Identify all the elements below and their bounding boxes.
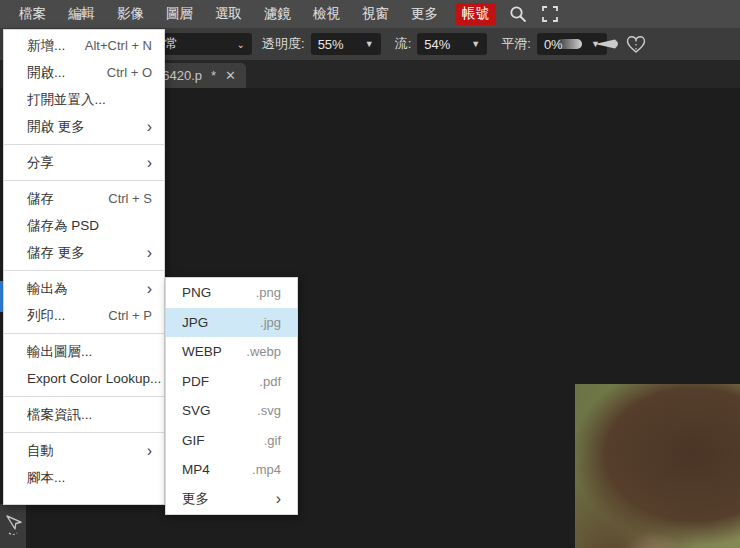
option-field-label: 透明度: (262, 35, 305, 53)
menu-item-label: Export Color Lookup... (27, 371, 161, 386)
export-format-extension: .webp (246, 344, 281, 359)
submenu-arrow-icon: › (147, 245, 152, 261)
export-format-extension: .pdf (259, 374, 281, 389)
menubar-item-4[interactable]: 圖層 (155, 0, 204, 28)
export-format-item[interactable]: GIF.gif (166, 426, 297, 455)
file-menu-item[interactable]: 新增...Alt+Ctrl + N (4, 32, 164, 59)
export-format-item[interactable]: MP4.mp4 (166, 455, 297, 484)
option-field-value: 55% (318, 37, 344, 52)
menu-divider (4, 270, 164, 271)
menu-divider (4, 333, 164, 334)
menubar-item-3[interactable]: 影像 (106, 0, 155, 28)
search-icon[interactable] (507, 3, 529, 25)
menubar-items: 檔案編輯影像圖層選取濾鏡檢視視窗更多帳號 (0, 0, 502, 28)
menu-item-label: 打開並置入... (27, 91, 152, 109)
option-field-value: 54% (424, 37, 450, 52)
main-menubar: 檔案編輯影像圖層選取濾鏡檢視視窗更多帳號 (0, 0, 740, 28)
file-menu-item[interactable]: 打開並置入... (4, 86, 164, 113)
menubar-item-10[interactable]: 帳號 (455, 3, 496, 25)
submenu-arrow-icon: › (147, 155, 152, 171)
export-format-item[interactable]: SVG.svg (166, 396, 297, 425)
menu-item-label: 新增... (27, 37, 85, 55)
menu-divider (4, 396, 164, 397)
file-menu-item[interactable]: 腳本... (4, 464, 164, 491)
submenu-arrow-icon: › (276, 491, 281, 507)
menubar-item-5[interactable]: 選取 (204, 0, 253, 28)
export-format-extension: .mp4 (252, 462, 281, 477)
menu-item-label: 自動 (27, 442, 147, 460)
menu-item-label: 腳本... (27, 469, 152, 487)
option-field-label: 平滑: (501, 35, 531, 53)
file-menu-item[interactable]: 輸出為› (4, 275, 164, 302)
export-format-label: PDF (182, 374, 259, 389)
file-menu-item[interactable]: 輸出圖層... (4, 338, 164, 365)
move-cursor-icon (3, 514, 23, 538)
export-format-extension: .gif (264, 433, 281, 448)
option-field-1: 透明度:55%▼ (262, 33, 381, 55)
menubar-item-1[interactable]: 檔案 (8, 0, 57, 28)
chevron-down-icon: ⌄ (237, 39, 252, 50)
dropdown-arrow-icon: ▼ (471, 39, 480, 49)
option-field-input[interactable]: 54%▼ (417, 33, 487, 55)
export-format-item[interactable]: JPG.jpg (166, 308, 297, 337)
export-format-item[interactable]: PNG.png (166, 278, 297, 307)
option-field-label: 流: (395, 35, 412, 53)
export-format-item[interactable]: WEBP.webp (166, 337, 297, 366)
menu-item-label: 儲存 (27, 190, 108, 208)
export-format-label: 更多 (182, 490, 276, 508)
menu-item-shortcut: Alt+Ctrl + N (85, 38, 152, 53)
menubar-item-9[interactable]: 更多 (400, 0, 449, 28)
menubar-item-7[interactable]: 檢視 (302, 0, 351, 28)
export-format-item[interactable]: PDF.pdf (166, 367, 297, 396)
option-field-input[interactable]: 55%▼ (311, 33, 381, 55)
menu-item-label: 列印... (27, 307, 108, 325)
menubar-item-8[interactable]: 視窗 (351, 0, 400, 28)
tab-title: 6420.p (162, 68, 202, 83)
menu-item-shortcut: Ctrl + P (108, 308, 152, 323)
menu-item-label: 輸出為 (27, 280, 147, 298)
file-menu-item[interactable]: Export Color Lookup... (4, 365, 164, 392)
export-format-label: MP4 (182, 462, 252, 477)
left-toolbar[interactable] (0, 504, 26, 548)
export-submenu: PNG.pngJPG.jpgWEBP.webpPDF.pdfSVG.svgGIF… (165, 277, 298, 515)
menu-item-label: 儲存 更多 (27, 244, 147, 262)
menu-item-label: 輸出圖層... (27, 343, 152, 361)
file-menu-items: 新增...Alt+Ctrl + N開啟...Ctrl + O打開並置入...開啟… (4, 32, 164, 491)
export-format-label: GIF (182, 433, 264, 448)
export-format-extension: .svg (257, 403, 281, 418)
submenu-arrow-icon: › (147, 281, 152, 297)
submenu-arrow-icon: › (147, 119, 152, 135)
menu-divider (4, 180, 164, 181)
file-menu-item[interactable]: 檔案資訊... (4, 401, 164, 428)
menu-item-label: 開啟 更多 (27, 118, 147, 136)
menubar-item-2[interactable]: 編輯 (57, 0, 106, 28)
file-menu-item[interactable]: 儲存Ctrl + S (4, 185, 164, 212)
file-menu-item[interactable]: 開啟 更多› (4, 113, 164, 140)
file-menu-item[interactable]: 自動› (4, 437, 164, 464)
menu-item-shortcut: Ctrl + O (107, 65, 152, 80)
tab-close-icon[interactable]: ✕ (225, 68, 236, 83)
heart-icon[interactable] (624, 32, 648, 56)
document-photo[interactable] (575, 384, 740, 548)
pressure-size-icon[interactable] (594, 38, 622, 50)
menubar-item-6[interactable]: 濾鏡 (253, 0, 302, 28)
file-menu-item[interactable]: 分享› (4, 149, 164, 176)
dropdown-arrow-icon: ▼ (365, 39, 374, 49)
file-menu-item[interactable]: 列印...Ctrl + P (4, 302, 164, 329)
menu-item-shortcut: Ctrl + S (108, 191, 152, 206)
pressure-opacity-icon[interactable] (556, 39, 582, 49)
export-format-label: PNG (182, 285, 256, 300)
menu-item-label: 檔案資訊... (27, 406, 152, 424)
menu-item-label: 儲存為 PSD (27, 217, 152, 235)
file-menu-item[interactable]: 儲存為 PSD (4, 212, 164, 239)
fullscreen-icon[interactable] (539, 3, 561, 25)
menu-divider (4, 144, 164, 145)
menu-item-label: 開啟... (27, 64, 107, 82)
file-menu-item[interactable]: 開啟...Ctrl + O (4, 59, 164, 86)
option-field-2: 流:54%▼ (395, 33, 488, 55)
app-window: 6420.p * ✕ 正常 ⌄ 透明度:55%▼流:54%▼平滑:0%▼ 檔案編… (0, 0, 740, 548)
export-format-item[interactable]: 更多› (166, 485, 297, 514)
file-menu-item[interactable]: 儲存 更多› (4, 239, 164, 266)
file-menu: 新增...Alt+Ctrl + N開啟...Ctrl + O打開並置入...開啟… (3, 29, 165, 505)
menu-item-label: 分享 (27, 154, 147, 172)
